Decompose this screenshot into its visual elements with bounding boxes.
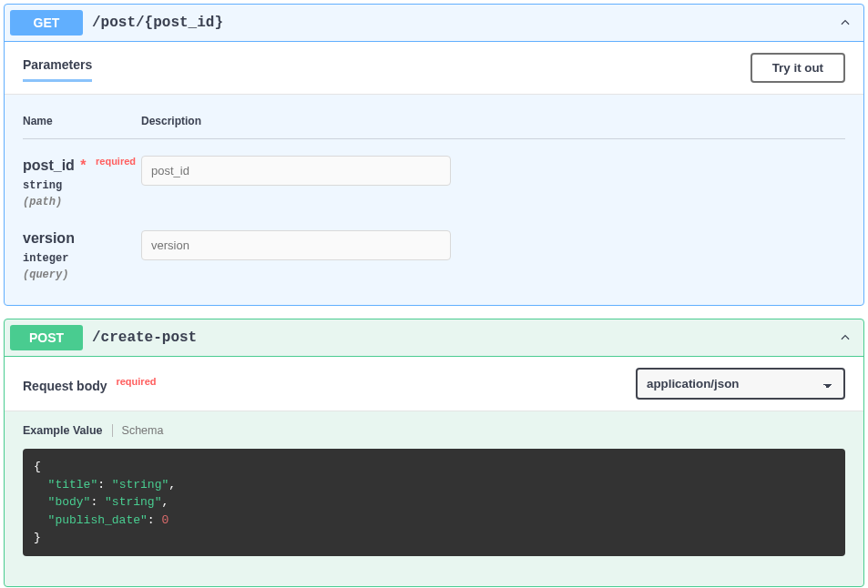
chevron-up-icon[interactable] (836, 14, 854, 32)
tab-separator (112, 424, 113, 437)
request-body-label: Request body (23, 378, 107, 392)
parameter-name-text: post_id (23, 157, 75, 173)
chevron-up-icon[interactable] (836, 329, 854, 347)
col-desc: Description (141, 115, 201, 127)
endpoint-path: /post/{post_id} (92, 15, 836, 31)
required-badge: required (110, 376, 156, 387)
parameter-type: integer (23, 252, 141, 265)
parameter-row: post_id * required string (path) (23, 139, 845, 214)
tab-schema[interactable]: Schema (122, 424, 164, 437)
try-it-out-button[interactable]: Try it out (751, 53, 845, 83)
endpoint-path: /create-post (92, 329, 836, 346)
parameter-input-cell (141, 156, 451, 208)
request-body-panel: Example Value Schema { "title": "string"… (5, 411, 863, 586)
parameters-pane: Name Description post_id * required stri… (5, 95, 863, 305)
example-value-code[interactable]: { "title": "string", "body": "string", "… (23, 449, 845, 556)
opblock-summary[interactable]: POST /create-post (5, 319, 863, 357)
required-badge: required (90, 156, 136, 167)
body-view-tabs: Example Value Schema (23, 424, 845, 437)
required-star-icon: * (75, 157, 87, 173)
opblock-summary[interactable]: GET /post/{post_id} (5, 5, 863, 42)
parameter-in: (path) (23, 196, 141, 208)
parameter-in: (query) (23, 269, 141, 281)
parameter-input[interactable] (141, 230, 451, 260)
parameters-header-row: Parameters Try it out (5, 42, 863, 95)
method-badge: POST (10, 325, 83, 350)
opblock-post-create-post: POST /create-post Request body required … (4, 319, 864, 587)
opblock-get-post: GET /post/{post_id} Parameters Try it ou… (4, 4, 864, 306)
parameter-meta: post_id * required string (path) (23, 156, 141, 208)
request-body-header-row: Request body required application/json (5, 357, 863, 411)
parameter-name: post_id * required (23, 156, 141, 174)
request-body-label-wrap: Request body required (23, 376, 156, 393)
col-name: Name (23, 115, 141, 127)
parameter-input[interactable] (141, 156, 451, 186)
parameters-columns: Name Description (23, 104, 845, 139)
parameter-name-text: version (23, 230, 75, 246)
parameters-tab[interactable]: Parameters (23, 54, 92, 82)
media-type-select[interactable]: application/json (636, 368, 845, 400)
parameter-name: version (23, 230, 141, 247)
tab-example-value[interactable]: Example Value (23, 424, 103, 437)
parameter-type: string (23, 179, 141, 192)
parameter-meta: version integer (query) (23, 230, 141, 281)
method-badge: GET (10, 10, 83, 35)
parameter-input-cell (141, 230, 451, 281)
parameter-row: version integer (query) (23, 214, 845, 287)
